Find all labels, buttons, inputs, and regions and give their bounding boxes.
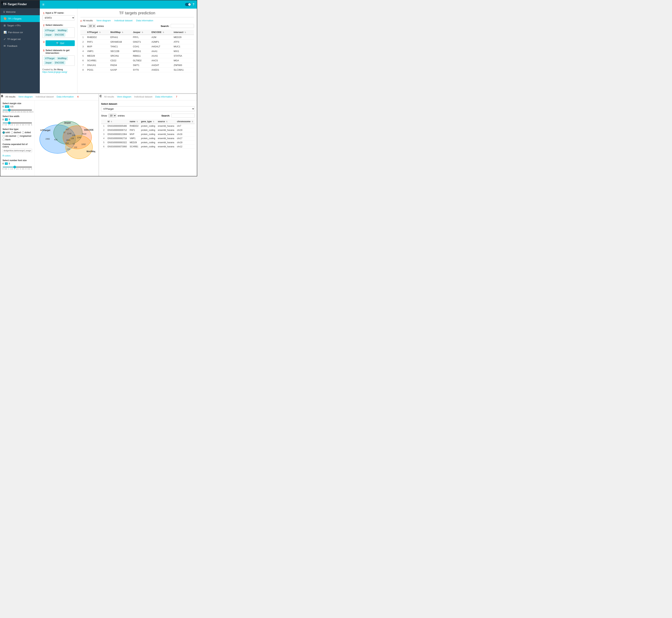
dataset-jaspar[interactable]: Jaspar: [44, 33, 53, 36]
radio-dashed[interactable]: dashed: [11, 131, 21, 134]
svg-text:7619: 7619: [82, 133, 86, 135]
main-content-a: ≡ ? 1 Input a TF name: STAT3: [40, 0, 197, 93]
c-tab-individual-dataset[interactable]: Individual dataset: [134, 95, 153, 99]
c-tab-data-information[interactable]: Data information: [155, 95, 172, 99]
col-intersect[interactable]: intersect ⇅: [172, 30, 194, 35]
col-jaspar[interactable]: Jaspar ⇅: [131, 30, 150, 35]
c-col-id[interactable]: id ⇅: [106, 119, 128, 124]
author-link[interactable]: https://www.jingege.wang/: [42, 71, 67, 73]
b-tab-venn-diagram[interactable]: Venn diagram: [18, 95, 33, 99]
sidebar-item-target-tfs[interactable]: ⊞ Target-->TFs: [0, 22, 40, 29]
cell-encode: A2M: [150, 35, 172, 39]
cell-htftarget: MVP: [86, 44, 109, 49]
c-col-source[interactable]: source ⇅: [157, 119, 176, 124]
b-tab-all-results[interactable]: All results: [5, 95, 15, 99]
margin-ticks: 00.050.10.150.20.250.30.350.40.450.5: [3, 111, 32, 113]
c-col-name[interactable]: name ⇅: [128, 119, 140, 124]
sidebar-item-welcome[interactable]: ℹ Welcome: [0, 8, 40, 15]
sidebar-item-tf-target-net[interactable]: ⤢ TF-target net: [0, 36, 40, 42]
dataset-dropdown[interactable]: hTFtarget MotifMap Jaspar ENCODE: [101, 106, 195, 111]
step3-badge: 3: [43, 40, 44, 43]
help-icon[interactable]: ?: [193, 3, 194, 6]
c-entries-select[interactable]: 10: [108, 114, 116, 118]
c-cell-source: ensembl_havana: [157, 145, 176, 149]
go-button[interactable]: 🔍 Go!: [45, 40, 75, 46]
cell-htftarget: VMP1: [86, 49, 109, 54]
c-tab-venn-diagram[interactable]: Venn diagram: [117, 95, 131, 99]
c-cell-chromosome: chr17: [176, 136, 195, 140]
b-tab-data-information[interactable]: Data information: [57, 95, 74, 99]
intersect-jaspar[interactable]: Jaspar: [44, 61, 53, 65]
sidebar-item-feedback[interactable]: ✉ Feedback: [0, 42, 40, 49]
radio-longdash[interactable]: longdashed: [17, 135, 31, 137]
cell-motifmap: ILKAP: [109, 68, 131, 72]
dark-mode-toggle[interactable]: [185, 3, 191, 6]
intersection-label: Select datasets to get intersection:: [45, 49, 75, 54]
cell-num: 8: [80, 68, 86, 72]
cell-encode: AADAT: [150, 63, 172, 68]
entries-select[interactable]: 10 25 50: [88, 24, 96, 28]
margin-slider[interactable]: [3, 110, 32, 110]
c-cell-chromosome: chr12: [176, 145, 195, 149]
radio-dotdash[interactable]: dot-dashed: [3, 135, 16, 137]
sidebar-item-tf-targets[interactable]: 🎨 TF-->Targets: [0, 15, 40, 22]
svg-text:1092: 1092: [81, 143, 86, 145]
col-motifmap[interactable]: MotifMap ⇅: [109, 30, 131, 35]
colors-input[interactable]: [3, 149, 32, 152]
section-b-body: Select margin size 0 0.1 0.5 00.050.10.1…: [0, 100, 99, 176]
author-name: Jin Wang: [54, 68, 63, 71]
linewidth-slider[interactable]: [3, 123, 32, 123]
intersect-encode[interactable]: ENCODE: [54, 61, 65, 65]
col-encode[interactable]: ENCODE ⇅: [150, 30, 172, 35]
hamburger-icon[interactable]: ≡: [42, 3, 44, 7]
section-a-label: A: [1, 1, 3, 4]
tab-venn-diagram[interactable]: Venn diagram: [96, 19, 111, 23]
table-row: 5 ENSG00000063322 MED29 protein_coding e…: [101, 140, 195, 145]
fontsize-ticks: 00.511.522.533.544.55: [3, 168, 32, 170]
cell-intersect: MGA: [172, 58, 194, 63]
c-col-chromosome[interactable]: chromosome ⇅: [176, 119, 195, 124]
c-cell-id: ENSG00000063322: [106, 140, 128, 145]
table-row: 8 PGS1 ILKAP SYT6 AAED1 SLC39A1: [80, 68, 194, 72]
radio-solid[interactable]: solid: [3, 131, 10, 134]
cell-motifmap: EPHA1: [109, 35, 131, 39]
c-tab-all-results[interactable]: All results: [104, 95, 114, 99]
margin-max: 0.5: [10, 105, 13, 108]
sections-bc: B All results Venn diagram Individual da…: [0, 94, 197, 176]
fontsize-slider[interactable]: [3, 167, 32, 168]
fontsize-label: Select number font size: [3, 159, 32, 162]
intersect-htftarget[interactable]: hTFtarget: [44, 57, 56, 60]
b-tab-individual-dataset[interactable]: Individual dataset: [36, 95, 54, 99]
table-row: 6 SCARB1 CD22 GLT8D2 AACS MGA: [80, 58, 194, 63]
c-cell-num: 2: [101, 128, 106, 132]
radio-dotted[interactable]: dotted: [22, 131, 31, 134]
dataset-encode[interactable]: ENCODE: [54, 33, 65, 36]
tab-data-information[interactable]: Data information: [136, 19, 153, 23]
tab-all-results[interactable]: All results: [83, 19, 93, 23]
svg-text:1149: 1149: [67, 132, 71, 135]
svg-text:37: 37: [63, 131, 66, 133]
svg-text:128: 128: [71, 137, 74, 139]
dataset-motifmap[interactable]: MotifMap: [57, 29, 68, 32]
tf-name-select[interactable]: STAT3: [42, 15, 75, 20]
intersect-motifmap[interactable]: MotifMap: [57, 57, 68, 60]
radio-blank[interactable]: blank: [3, 138, 11, 141]
c-cell-chromosome: chr16: [176, 132, 195, 136]
step2-badge: 2: [43, 24, 44, 27]
linetype-label: Select line type:: [3, 128, 32, 130]
c-col-gene-type[interactable]: gene_type ⇅: [140, 119, 157, 124]
dataset-htftarget[interactable]: hTFtarget: [44, 29, 56, 32]
c-cell-num: 5: [101, 140, 106, 145]
rcolors-link[interactable]: R-colors: [3, 154, 11, 157]
col-htftarget[interactable]: hTFtarget ⇅: [86, 30, 109, 35]
c-cell-gene-type: protein_coding: [140, 145, 157, 149]
margin-val: 0.1: [5, 105, 9, 108]
tab-individual-dataset[interactable]: Individual dataset: [114, 19, 132, 23]
datasets-box: hTFtarget MotifMap Jaspar ENCODE: [42, 27, 75, 38]
cell-num: 3: [80, 44, 86, 49]
search-input[interactable]: [171, 24, 194, 28]
sidebar-item-pan-tissue[interactable]: 📊 Pan-tissue cor: [0, 29, 40, 36]
svg-text:12: 12: [73, 143, 75, 145]
svg-text:415: 415: [54, 138, 58, 141]
c-search-input[interactable]: [171, 114, 195, 118]
